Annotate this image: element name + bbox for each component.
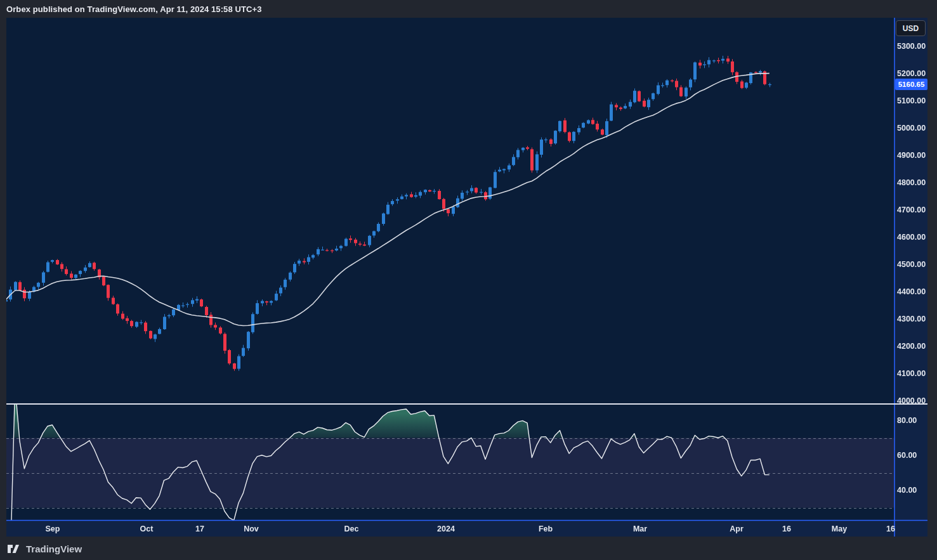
tradingview-link[interactable]: TradingView bbox=[8, 540, 82, 557]
price-tick-label: 4200.00 bbox=[897, 342, 926, 351]
price-tick-label: 4800.00 bbox=[897, 178, 926, 187]
rsi-tick-label: 80.00 bbox=[897, 416, 917, 425]
price-axis[interactable] bbox=[894, 18, 927, 521]
time-tick-label: May bbox=[832, 524, 847, 533]
time-tick-label: Oct bbox=[140, 524, 154, 533]
price-tick-label: 4400.00 bbox=[897, 287, 926, 296]
publish-header: Orbex published on TradingView.com, Apr … bbox=[6, 0, 262, 18]
time-tick-label: 17 bbox=[195, 524, 204, 533]
price-tick-label: 4000.00 bbox=[897, 396, 926, 405]
price-tick-label: 4500.00 bbox=[897, 260, 926, 269]
price-tick-label: 4900.00 bbox=[897, 151, 926, 160]
price-chart-canvas[interactable] bbox=[0, 0, 937, 560]
publish-title: Orbex published on TradingView.com, Apr … bbox=[6, 4, 262, 14]
time-tick-label: 16 bbox=[886, 524, 895, 533]
price-tick-label: 5000.00 bbox=[897, 124, 926, 133]
rsi-tick-label: 40.00 bbox=[897, 486, 917, 495]
rsi-tick-label: 60.00 bbox=[897, 451, 917, 460]
time-tick-label: Feb bbox=[539, 524, 553, 533]
last-price-badge: 5160.65 bbox=[895, 79, 927, 90]
time-tick-label: 16 bbox=[782, 524, 791, 533]
currency-toggle-button[interactable]: USD bbox=[896, 20, 926, 36]
time-tick-label: Dec bbox=[344, 524, 359, 533]
tradingview-logo-icon bbox=[8, 544, 22, 554]
time-tick-label: 2024 bbox=[437, 524, 455, 533]
time-tick-label: Nov bbox=[244, 524, 259, 533]
time-tick-label: Mar bbox=[633, 524, 647, 533]
price-tick-label: 4600.00 bbox=[897, 233, 926, 242]
price-tick-label: 4300.00 bbox=[897, 315, 926, 323]
price-tick-label: 5200.00 bbox=[897, 69, 926, 78]
price-tick-label: 5300.00 bbox=[897, 42, 926, 51]
time-tick-label: Sep bbox=[46, 524, 60, 533]
tradingview-published-chart: Orbex published on TradingView.com, Apr … bbox=[0, 0, 937, 560]
price-tick-label: 4700.00 bbox=[897, 205, 926, 214]
price-tick-label: 5100.00 bbox=[897, 96, 926, 105]
tradingview-brand-text: TradingView bbox=[26, 544, 82, 554]
time-tick-label: Apr bbox=[730, 524, 744, 533]
pane-separator[interactable] bbox=[6, 403, 927, 405]
price-tick-label: 4100.00 bbox=[897, 369, 926, 378]
